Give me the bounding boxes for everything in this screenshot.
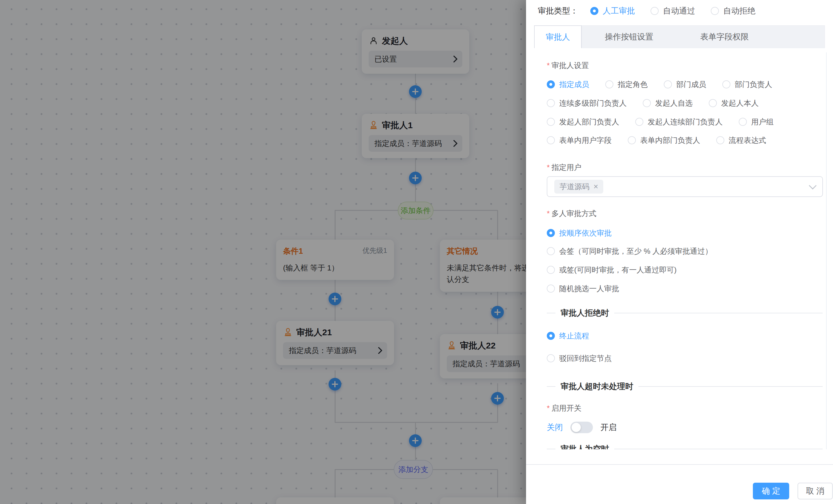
approval-type-row: 审批类型： 人工审批 自动通过 自动拒绝 (538, 2, 756, 20)
radio-icon (547, 229, 555, 237)
approver-setting-label: *审批人设置 (547, 60, 589, 71)
radio-assign-role[interactable]: 指定角色 (605, 79, 648, 90)
approver-setting-row: 指定成员 指定角色 部门成员 部门负责人 (547, 79, 772, 89)
radio-icon (711, 7, 719, 15)
radio-starter-select[interactable]: 发起人自选 (643, 98, 693, 108)
multi-approve-label: *多人审批方式 (547, 208, 596, 219)
approver-setting-row: 发起人部门负责人 发起人连续部门负责人 用户组 (547, 117, 774, 127)
radio-manual-approve[interactable]: 人工审批 (590, 5, 635, 17)
radio-icon (547, 118, 555, 126)
chevron-down-icon (809, 182, 816, 190)
panel-scroll-content[interactable]: *审批人设置 指定成员 指定角色 部门成员 部门负责人 连续多级部门负责人 发起… (526, 49, 833, 449)
scroll-track[interactable] (826, 52, 827, 449)
radio-return-to-node[interactable]: 驳回到指定节点 (547, 353, 612, 363)
enable-toggle[interactable] (570, 422, 593, 433)
radio-icon (650, 7, 659, 15)
radio-user-group[interactable]: 用户组 (739, 117, 774, 127)
radio-auto-reject[interactable]: 自动拒绝 (711, 5, 756, 17)
user-tag[interactable]: 芋道源码 × (554, 180, 603, 194)
empty-approver-section-divider: 审批人为空时 (547, 444, 823, 449)
tab-form-field-permission[interactable]: 表单字段权限 (676, 26, 773, 48)
switch-on-label: 开启 (600, 422, 617, 433)
reject-section-divider: 审批人拒绝时 (547, 308, 823, 318)
radio-starter-self[interactable]: 发起人本人 (709, 98, 759, 108)
empty-approver-section-title: 审批人为空时 (561, 444, 609, 449)
cancel-button[interactable]: 取 消 (798, 483, 833, 499)
approval-type-label: 审批类型： (538, 5, 578, 17)
required-asterisk: * (547, 61, 550, 70)
radio-starter-multi-dept-leader[interactable]: 发起人连续部门负责人 (635, 117, 722, 127)
radio-or-sign[interactable]: 或签(可同时审批，有一人通过即可) (547, 265, 676, 275)
radio-icon (635, 118, 643, 126)
radio-multi-level-dept-leader[interactable]: 连续多级部门负责人 (547, 98, 627, 108)
radio-sequential-approve[interactable]: 按顺序依次审批 (547, 228, 612, 238)
radio-icon (547, 284, 555, 293)
radio-icon (643, 99, 651, 107)
switch-off-label: 关闭 (547, 422, 563, 433)
radio-icon (547, 332, 555, 340)
panel-tabs: 审批人 操作按钮设置 表单字段权限 (534, 25, 825, 48)
radio-random-one[interactable]: 随机挑选一人审批 (547, 284, 619, 294)
radio-icon (709, 99, 717, 107)
radio-terminate-flow[interactable]: 终止流程 (547, 331, 589, 341)
radio-icon (664, 80, 672, 89)
radio-icon (628, 136, 636, 144)
radio-icon (722, 80, 730, 89)
radio-countersign[interactable]: 会签（可同时审批，至少 % 人必须审批通过） (547, 246, 713, 256)
workflow-approval-designer: 发起人 已设置 审批人1 指定成员：芋道源码 (0, 0, 833, 504)
assigned-user-select[interactable]: 芋道源码 × (547, 176, 823, 197)
confirm-button[interactable]: 确 定 (753, 483, 789, 499)
radio-icon (547, 80, 555, 89)
radio-dept-member[interactable]: 部门成员 (664, 79, 706, 90)
radio-auto-pass[interactable]: 自动通过 (650, 5, 695, 17)
footer-divider (526, 464, 833, 465)
approver-setting-row: 表单内用户字段 表单内部门负责人 流程表达式 (547, 135, 766, 145)
close-icon[interactable]: × (593, 183, 598, 191)
radio-icon (547, 354, 555, 362)
enable-switch-row: 关闭 开启 (547, 421, 617, 434)
radio-icon (590, 7, 598, 15)
required-asterisk: * (547, 404, 550, 412)
radio-icon (605, 80, 613, 89)
approval-config-panel: 审批类型： 人工审批 自动通过 自动拒绝 审批人 操作按钮设置 (526, 0, 833, 504)
radio-icon (547, 247, 555, 255)
tab-approver[interactable]: 审批人 (534, 25, 582, 48)
timeout-section-title: 审批人超时未处理时 (561, 381, 633, 392)
radio-icon (716, 136, 724, 144)
enable-switch-label: *启用开关 (547, 403, 581, 413)
radio-icon (547, 99, 555, 107)
radio-form-dept-leader[interactable]: 表单内部门负责人 (628, 135, 700, 146)
radio-icon (739, 118, 747, 126)
radio-form-user-field[interactable]: 表单内用户字段 (547, 135, 612, 146)
approver-setting-row: 连续多级部门负责人 发起人自选 发起人本人 (547, 98, 759, 108)
radio-starter-dept-leader[interactable]: 发起人部门负责人 (547, 117, 619, 127)
radio-dept-leader[interactable]: 部门负责人 (722, 79, 772, 90)
radio-icon (547, 136, 555, 144)
reject-section-title: 审批人拒绝时 (561, 308, 609, 319)
tab-action-buttons[interactable]: 操作按钮设置 (582, 26, 676, 48)
radio-flow-expression[interactable]: 流程表达式 (716, 135, 766, 146)
required-asterisk: * (547, 163, 550, 172)
assigned-user-label: *指定用户 (547, 162, 581, 173)
required-asterisk: * (547, 209, 550, 218)
radio-icon (547, 266, 555, 274)
timeout-section-divider: 审批人超时未处理时 (547, 382, 823, 392)
radio-assign-member[interactable]: 指定成员 (547, 79, 589, 90)
